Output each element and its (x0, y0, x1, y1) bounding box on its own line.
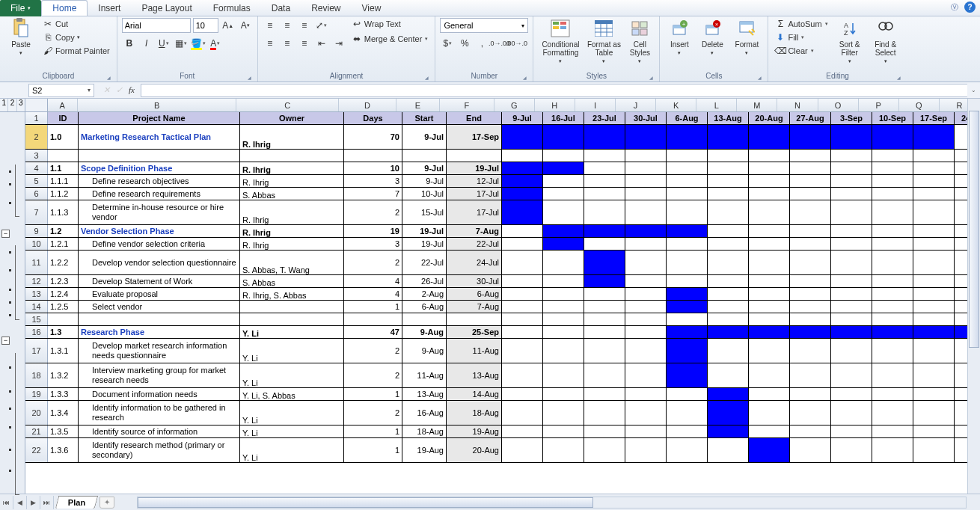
cell[interactable] (913, 162, 955, 174)
cell[interactable]: Evaluate proposal (79, 288, 240, 300)
cell[interactable]: R. Ihrig (240, 200, 344, 224)
cell[interactable] (708, 363, 749, 387)
cell[interactable]: 18-Aug (402, 425, 447, 437)
cell[interactable] (872, 301, 913, 313)
cell[interactable]: 1.2.3 (48, 275, 79, 287)
cell[interactable] (749, 438, 790, 462)
col-header-A[interactable]: A (48, 99, 78, 111)
cell[interactable] (584, 438, 625, 462)
row-header[interactable]: 7 (25, 200, 48, 224)
cell[interactable] (584, 150, 625, 162)
cell[interactable]: Y. Li (240, 326, 344, 338)
align-top-button[interactable]: ≡ (263, 18, 278, 33)
cell[interactable]: S. Abbas (240, 188, 344, 200)
cut-button[interactable]: ✂Cut (40, 18, 112, 30)
cell[interactable]: 17-Jul (447, 188, 502, 200)
header-cell[interactable]: End (447, 112, 502, 124)
cell[interactable]: Interview marketing group for market res… (79, 363, 240, 387)
cell[interactable] (625, 388, 667, 400)
cell[interactable] (831, 326, 872, 338)
insert-cells-button[interactable]: +Insert▾ (664, 18, 694, 56)
cell[interactable]: 1.2 (48, 225, 79, 237)
cell[interactable]: 7 (344, 188, 402, 200)
cell[interactable] (543, 125, 584, 149)
cell[interactable] (708, 162, 749, 174)
cell[interactable] (543, 288, 584, 300)
cell[interactable] (872, 401, 913, 425)
cell[interactable] (872, 238, 913, 250)
cell[interactable]: 1 (344, 301, 402, 313)
cell[interactable] (667, 275, 708, 287)
cell[interactable] (584, 288, 625, 300)
cell[interactable] (502, 150, 543, 162)
font-size-select[interactable] (193, 18, 218, 33)
cell[interactable]: Define research objectives (79, 175, 240, 187)
cell[interactable]: 1.2.4 (48, 288, 79, 300)
cell[interactable]: 1.3.4 (48, 401, 79, 425)
header-cell[interactable]: 6-Aug (667, 112, 708, 124)
col-header-K[interactable]: K (656, 99, 696, 111)
cell[interactable] (667, 125, 708, 149)
cell[interactable]: 19 (344, 225, 402, 237)
cell[interactable] (584, 425, 625, 437)
cell[interactable] (625, 313, 667, 325)
cell[interactable] (502, 251, 543, 274)
cell[interactable] (543, 162, 584, 174)
cell[interactable] (240, 313, 344, 325)
increase-indent-button[interactable]: ⇥ (331, 36, 346, 51)
find-select-button[interactable]: Find & Select▾ (869, 18, 902, 64)
header-cell[interactable]: 30-Jul (625, 112, 667, 124)
row-header[interactable]: 1 (25, 112, 48, 124)
cell[interactable] (667, 251, 708, 274)
cell[interactable] (749, 225, 790, 237)
cell[interactable] (502, 363, 543, 387)
cell[interactable] (872, 125, 913, 149)
cell[interactable] (913, 200, 955, 224)
col-header-G[interactable]: G (494, 99, 535, 111)
ribbon-minimize-icon[interactable]: ⓥ (951, 2, 958, 13)
cell[interactable] (667, 150, 708, 162)
cell[interactable]: 70 (344, 125, 402, 149)
cell[interactable] (831, 251, 872, 274)
cell[interactable] (749, 326, 790, 338)
cell[interactable] (708, 339, 749, 363)
cell[interactable]: 4 (344, 288, 402, 300)
decrease-decimal-button[interactable]: .00→.0 (509, 36, 524, 51)
cell[interactable]: Marketing Research Tactical Plan (79, 125, 240, 149)
col-header-P[interactable]: P (859, 99, 899, 111)
row-header[interactable]: 6 (25, 188, 48, 200)
cell[interactable] (708, 175, 749, 187)
cell[interactable]: 22-Jul (402, 251, 447, 274)
cell[interactable] (790, 125, 831, 149)
cell[interactable] (625, 401, 667, 425)
cell[interactable]: 14-Aug (447, 388, 502, 400)
cell[interactable]: Document information needs (79, 388, 240, 400)
cell[interactable] (790, 188, 831, 200)
outline-toggle[interactable]: − (1, 230, 10, 238)
cell[interactable]: R. Ihrig (240, 238, 344, 250)
underline-button[interactable]: U (156, 36, 171, 51)
enter-formula-icon[interactable]: ✓ (116, 85, 123, 95)
cell[interactable] (749, 125, 790, 149)
col-header-E[interactable]: E (396, 99, 440, 111)
cell[interactable] (584, 188, 625, 200)
col-header-N[interactable]: N (777, 99, 818, 111)
col-header-F[interactable]: F (440, 99, 494, 111)
cell[interactable]: 19-Jul (402, 225, 447, 237)
cell[interactable] (913, 275, 955, 287)
align-center-button[interactable]: ≡ (280, 36, 295, 51)
format-as-table-button[interactable]: Format as Table▾ (586, 18, 622, 64)
bold-button[interactable]: B (122, 36, 137, 51)
increase-decimal-button[interactable]: .0→.00 (491, 36, 506, 51)
cell[interactable] (872, 225, 913, 237)
cell[interactable] (749, 200, 790, 224)
fill-button[interactable]: ⬇Fill (773, 31, 830, 43)
col-header-L[interactable]: L (696, 99, 737, 111)
cell[interactable] (625, 438, 667, 462)
cell[interactable] (543, 275, 584, 287)
header-cell[interactable]: Days (344, 112, 402, 124)
cell[interactable] (708, 313, 749, 325)
cell[interactable]: 9-Jul (402, 175, 447, 187)
percent-format-button[interactable]: % (457, 36, 472, 51)
sheet-nav-prev[interactable]: ◀ (13, 496, 27, 509)
